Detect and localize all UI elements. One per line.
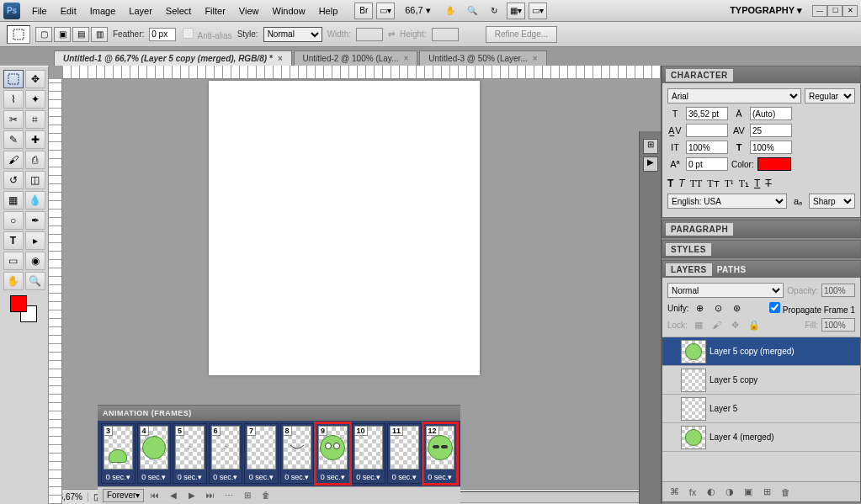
animation-frame[interactable]: 100 sec.▾ <box>352 423 386 484</box>
collapsed-icon[interactable]: ▶ <box>643 157 658 172</box>
animation-frame[interactable]: 120 sec.▾ <box>423 423 458 484</box>
eyedropper-tool[interactable]: ✎ <box>3 130 24 149</box>
leading-input[interactable] <box>750 107 792 120</box>
lasso-tool[interactable]: ⌇ <box>3 90 24 109</box>
screen-mode-icon[interactable]: ▭▾ <box>376 3 395 19</box>
hscale-input[interactable] <box>750 141 792 154</box>
move-tool[interactable]: ✥ <box>25 70 45 88</box>
baseline-input[interactable] <box>686 157 728 171</box>
rotate-view-icon[interactable]: ↻ <box>485 3 503 19</box>
frame-delay[interactable]: 0 sec.▾ <box>316 471 349 483</box>
doc-tab-1[interactable]: Untitled-1 @ 66,7% (Layer 5 copy (merged… <box>54 50 292 66</box>
selection-new-icon[interactable]: ▢ <box>35 27 52 42</box>
antialias-select[interactable]: Sharp <box>809 194 855 209</box>
crop-tool[interactable]: ✂ <box>3 110 24 129</box>
superscript-button[interactable]: T¹ <box>725 178 734 190</box>
play-button[interactable]: ▶ <box>184 491 199 500</box>
menu-filter[interactable]: Filter <box>198 3 231 19</box>
shape-tool[interactable]: ▭ <box>3 252 24 270</box>
animation-frame[interactable]: 60 sec.▾ <box>209 423 243 484</box>
paths-tab[interactable]: PATHS <box>712 263 752 276</box>
tween-button[interactable]: ⋯ <box>221 491 237 500</box>
selection-intersect-icon[interactable]: ▥ <box>91 27 108 42</box>
layer-fx-icon[interactable]: fx <box>686 487 699 497</box>
workspace-switcher[interactable]: TYPOGRAPHY ▾ <box>725 5 807 16</box>
zoom-level[interactable]: 66,7 ▾ <box>398 5 437 16</box>
smallcaps-button[interactable]: Tᴛ <box>707 178 719 190</box>
menu-view[interactable]: View <box>232 3 266 19</box>
bold-button[interactable]: T <box>667 178 673 190</box>
frame-delay[interactable]: 0 sec.▾ <box>138 471 171 483</box>
subscript-button[interactable]: T₁ <box>739 178 749 190</box>
wand-tool[interactable]: ✦ <box>25 90 45 109</box>
delete-frame-button[interactable]: 🗑 <box>258 491 274 500</box>
gradient-tool[interactable]: ▦ <box>3 191 24 210</box>
blur-tool[interactable]: 💧 <box>25 191 45 210</box>
tool-preset-picker[interactable] <box>7 25 30 44</box>
zoom-tool-icon[interactable]: 🔍 <box>463 3 481 19</box>
new-layer-icon[interactable]: ⊞ <box>760 486 773 497</box>
lock-all-icon[interactable]: 🔒 <box>747 318 762 332</box>
refine-edge-button[interactable]: Refine Edge... <box>486 26 557 43</box>
close-icon[interactable]: × <box>403 54 408 63</box>
first-frame-button[interactable]: ⏮ <box>147 491 162 500</box>
loop-select[interactable]: Forever ▾ <box>103 489 144 502</box>
layer-row[interactable]: Layer 4 (merged) <box>662 423 860 452</box>
frame-delay[interactable]: 0 sec.▾ <box>245 471 278 483</box>
selection-add-icon[interactable]: ▣ <box>54 27 71 42</box>
maximize-button[interactable]: ☐ <box>827 5 842 17</box>
font-weight-select[interactable]: Regular <box>805 88 855 103</box>
link-layers-icon[interactable]: ⌘ <box>667 486 681 497</box>
canvas[interactable] <box>209 81 480 375</box>
frame-delay[interactable]: 0 sec.▾ <box>424 471 457 483</box>
styles-tab[interactable]: STYLES <box>666 243 711 256</box>
frame-delay[interactable]: 0 sec.▾ <box>353 471 385 483</box>
arrange-icon[interactable]: ▦▾ <box>507 3 525 19</box>
type-tool[interactable]: T <box>3 231 24 250</box>
3d-tool[interactable]: ◉ <box>25 252 45 270</box>
paragraph-tab[interactable]: PARAGRAPH <box>666 223 733 236</box>
collapsed-icon[interactable]: ⊞ <box>643 139 658 154</box>
menu-window[interactable]: Window <box>266 3 312 19</box>
pen-tool[interactable]: ✒ <box>25 211 45 230</box>
blend-mode-select[interactable]: Normal <box>667 283 784 298</box>
animation-frame[interactable]: 40 sec.▾ <box>137 423 172 484</box>
unify-vis-icon[interactable]: ⊙ <box>711 301 726 315</box>
history-brush-tool[interactable]: ↺ <box>3 171 24 189</box>
menu-image[interactable]: Image <box>83 3 123 19</box>
propagate-checkbox[interactable] <box>769 302 780 313</box>
animation-frame[interactable]: 70 sec.▾ <box>244 423 279 484</box>
animation-frame[interactable]: 50 sec.▾ <box>173 423 207 484</box>
new-group-icon[interactable]: ▣ <box>741 486 755 497</box>
dodge-tool[interactable]: ○ <box>3 211 24 230</box>
frame-delay[interactable]: 0 sec.▾ <box>388 471 421 483</box>
foreground-color[interactable] <box>10 295 27 312</box>
frame-delay[interactable]: 0 sec.▾ <box>173 471 206 483</box>
delete-layer-icon[interactable]: 🗑 <box>779 487 792 497</box>
frames-strip[interactable]: 30 sec.▾40 sec.▾50 sec.▾60 sec.▾70 sec.▾… <box>98 421 460 486</box>
lock-pos-icon[interactable]: ✥ <box>728 318 743 332</box>
close-icon[interactable]: × <box>533 54 538 63</box>
layer-row[interactable]: Layer 5 <box>662 395 860 423</box>
brush-tool[interactable]: 🖌 <box>3 151 24 169</box>
menu-layer[interactable]: Layer <box>122 3 159 19</box>
font-size-input[interactable] <box>686 107 728 120</box>
heal-tool[interactable]: ✚ <box>25 130 45 149</box>
animation-frame[interactable]: 30 sec.▾ <box>101 423 136 484</box>
lock-trans-icon[interactable]: ▦ <box>691 318 706 332</box>
lock-paint-icon[interactable]: 🖌 <box>710 318 725 332</box>
text-color-swatch[interactable] <box>757 157 791 171</box>
doc-tab-3[interactable]: Untitled-3 @ 50% (Layer...× <box>419 50 546 66</box>
prev-frame-button[interactable]: ◀ <box>166 491 181 500</box>
hand-tool-icon[interactable]: ✋ <box>441 3 460 19</box>
stamp-tool[interactable]: ⎙ <box>25 151 45 169</box>
adjustment-layer-icon[interactable]: ◑ <box>723 486 736 497</box>
underline-button[interactable]: T <box>754 178 760 190</box>
layer-mask-icon[interactable]: ◐ <box>704 486 718 497</box>
animation-frame[interactable]: 80 sec.▾ <box>280 423 315 484</box>
feather-input[interactable] <box>149 28 176 41</box>
animation-frame[interactable]: 90 sec.▾ <box>316 423 350 484</box>
close-button[interactable]: ✕ <box>842 5 858 17</box>
minimize-button[interactable]: — <box>812 5 827 17</box>
collapsed-panel-strip[interactable]: ⊞ ▶ <box>639 131 661 504</box>
